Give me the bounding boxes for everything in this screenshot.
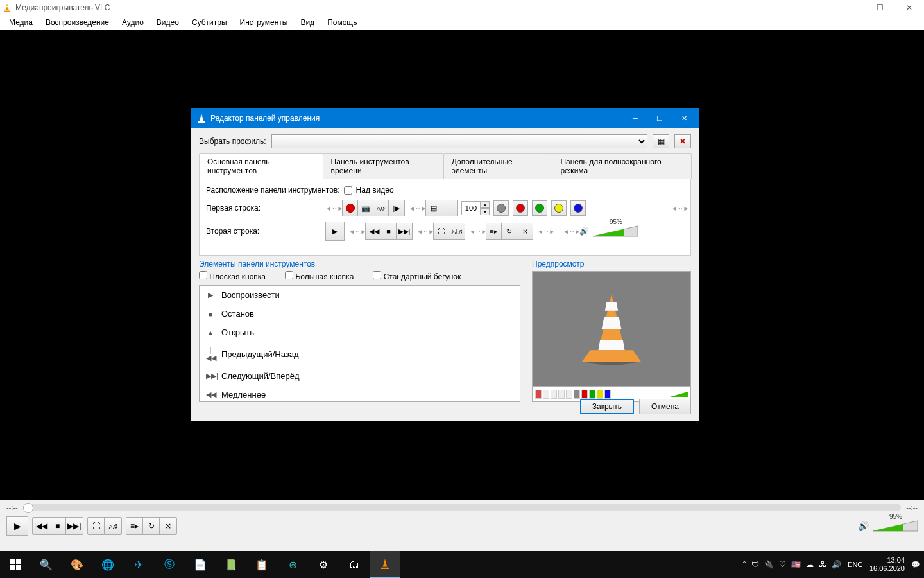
tray-clock[interactable]: 13:04 16.06.2020 [869, 556, 905, 573]
main-stop-button[interactable]: ■ [49, 518, 66, 534]
led-yellow[interactable] [551, 200, 567, 216]
led-red[interactable] [513, 200, 528, 216]
taskbar-app1[interactable]: 📗 [216, 551, 246, 578]
fullscreen-button[interactable]: ⛶ [434, 223, 449, 239]
taskbar-qbit[interactable]: ⊚ [277, 551, 308, 578]
start-button[interactable] [0, 551, 31, 578]
list-item[interactable]: ■Останов [200, 304, 520, 323]
main-prev-button[interactable]: |◀◀ [33, 518, 49, 534]
tray-icons[interactable]: ˄ 🛡 🔌 ♡ 🇺🇸 ☁ 🖧 🔊 [742, 560, 841, 569]
taskbar-search[interactable]: 🔍 [31, 551, 62, 578]
list-item[interactable]: ▲Открыть [200, 323, 520, 342]
shuffle-button[interactable]: ⤭ [517, 223, 533, 239]
volume-icon[interactable]: 🔊 [858, 521, 869, 531]
snapshot-button[interactable]: 📷 [358, 200, 373, 216]
spin-up[interactable]: ▲ [481, 201, 490, 208]
close-dialog-button[interactable]: Закрыть [580, 399, 634, 414]
led-gray[interactable] [493, 200, 509, 216]
list-item[interactable]: ▶▶|Следующий/Вперёд [200, 367, 520, 385]
list-item[interactable]: |◀◀Предыдущий/Назад [200, 342, 520, 367]
splitter-icon[interactable]: ◄··► [537, 228, 550, 235]
tab-main-toolbar[interactable]: Основная панель инструментов [199, 153, 323, 179]
stop-button[interactable]: ■ [381, 223, 397, 239]
main-playlist-button[interactable]: ≡▸ [126, 518, 143, 534]
tray-network-icon[interactable]: 🖧 [819, 560, 826, 569]
profile-select[interactable] [271, 134, 647, 148]
splitter-icon[interactable]: ◄··► [563, 228, 576, 235]
splitter-icon[interactable]: ◄··► [416, 228, 429, 235]
minimize-button[interactable]: ─ [835, 0, 865, 15]
atob-button[interactable]: A↺B [373, 200, 389, 216]
main-fullscreen-button[interactable]: ⛶ [88, 518, 105, 534]
led-blue[interactable] [570, 200, 586, 216]
tray-volume-icon[interactable]: 🔊 [832, 560, 841, 569]
menu-audio[interactable]: Аудио [117, 17, 149, 28]
tray-notifications[interactable]: 💬 [911, 561, 920, 569]
main-volume-wedge[interactable]: 95% [873, 520, 918, 532]
frame-button[interactable]: |▶ [389, 200, 404, 216]
main-shuffle-button[interactable]: ⤭ [160, 518, 176, 534]
taskbar-app3[interactable]: ⚙ [308, 551, 339, 578]
menu-video[interactable]: Видео [151, 17, 184, 28]
menu-view[interactable]: Вид [295, 17, 320, 28]
ext-settings-button[interactable]: ♪♩♬ [449, 223, 465, 239]
big-button-option[interactable]: Большая кнопка [285, 271, 354, 281]
splitter-icon[interactable]: ◄··► [325, 205, 338, 212]
menu-playback[interactable]: Воспроизведение [40, 17, 114, 28]
dialog-close-button[interactable]: ✕ [669, 109, 699, 128]
tray-cloud-icon[interactable]: ☁ [806, 560, 814, 569]
flat-button-checkbox[interactable] [199, 271, 207, 279]
main-ext-settings-button[interactable]: ♪♬ [105, 518, 121, 534]
taskbar-app2[interactable]: 📋 [246, 551, 277, 578]
tray-power-icon[interactable]: 🔌 [764, 560, 774, 569]
flat-button-option[interactable]: Плоская кнопка [199, 271, 266, 281]
taskbar-app4[interactable]: 🗂 [339, 551, 370, 578]
splitter-icon[interactable]: ◄··► [348, 228, 361, 235]
main-next-button[interactable]: ▶▶| [66, 518, 83, 534]
taskbar-notes[interactable]: 📄 [185, 551, 216, 578]
loop-button[interactable]: ↻ [502, 223, 517, 239]
taskbar-vlc[interactable] [370, 551, 400, 578]
menu-help[interactable]: Помощь [322, 17, 362, 28]
taskbar-chrome[interactable]: 🎨 [62, 551, 92, 578]
seek-slider[interactable] [23, 504, 902, 511]
std-slider-option[interactable]: Стандартный бегунок [373, 271, 461, 281]
led-green[interactable] [532, 200, 547, 216]
maximize-button[interactable]: ☐ [865, 0, 894, 15]
taskbar-skype[interactable]: Ⓢ [154, 551, 185, 578]
menu-subtitles[interactable]: Субтитры [187, 17, 232, 28]
tray-heart-icon[interactable]: ♡ [779, 560, 786, 569]
tab-additional[interactable]: Дополнительные элементы [443, 153, 553, 179]
delete-profile-button[interactable]: ✕ [674, 134, 691, 148]
new-profile-button[interactable]: ▦ [653, 134, 669, 148]
splitter-icon[interactable]: ◄··► [469, 228, 482, 235]
std-slider-checkbox[interactable] [373, 271, 381, 279]
tab-fullscreen[interactable]: Панель для полноэкранного режима [552, 153, 692, 179]
main-loop-button[interactable]: ↻ [143, 518, 160, 534]
taskbar-chrome2[interactable]: 🌐 [92, 551, 123, 578]
volume-icon[interactable]: 🔊 [579, 227, 589, 236]
tray-up-icon[interactable]: ˄ [742, 560, 746, 569]
splitter-icon[interactable]: ◄··► [409, 205, 422, 212]
tray-shield-icon[interactable]: 🛡 [751, 560, 759, 569]
volume-wedge[interactable]: 95% [593, 225, 638, 238]
taskbar-telegram[interactable]: ✈ [123, 551, 154, 578]
main-play-button[interactable]: ▶ [6, 516, 28, 536]
speed-input[interactable] [461, 201, 481, 215]
tray-flag-icon[interactable]: 🇺🇸 [791, 560, 801, 569]
tray-lang[interactable]: ENG [848, 561, 863, 568]
tab-time-toolbar[interactable]: Панель инструментов времени [323, 153, 444, 179]
elements-listbox[interactable]: ▶Воспроизвести ■Останов ▲Открыть |◀◀Пред… [199, 285, 520, 402]
playlist-button[interactable]: ≡▸ [486, 223, 502, 239]
close-button[interactable]: ✕ [894, 0, 924, 15]
cancel-button[interactable]: Отмена [639, 399, 691, 414]
big-button-checkbox[interactable] [285, 271, 293, 279]
prev-button[interactable]: |◀◀ [366, 223, 381, 239]
speed-spinner[interactable]: ▲▼ [461, 201, 490, 215]
list-item[interactable]: ◀◀Медленнее [200, 385, 520, 402]
spin-down[interactable]: ▼ [481, 208, 490, 215]
menu-media[interactable]: Медиа [4, 17, 38, 28]
list-button[interactable]: ▤ [426, 200, 441, 216]
record-button[interactable] [343, 200, 358, 216]
blank-button[interactable] [441, 200, 457, 216]
